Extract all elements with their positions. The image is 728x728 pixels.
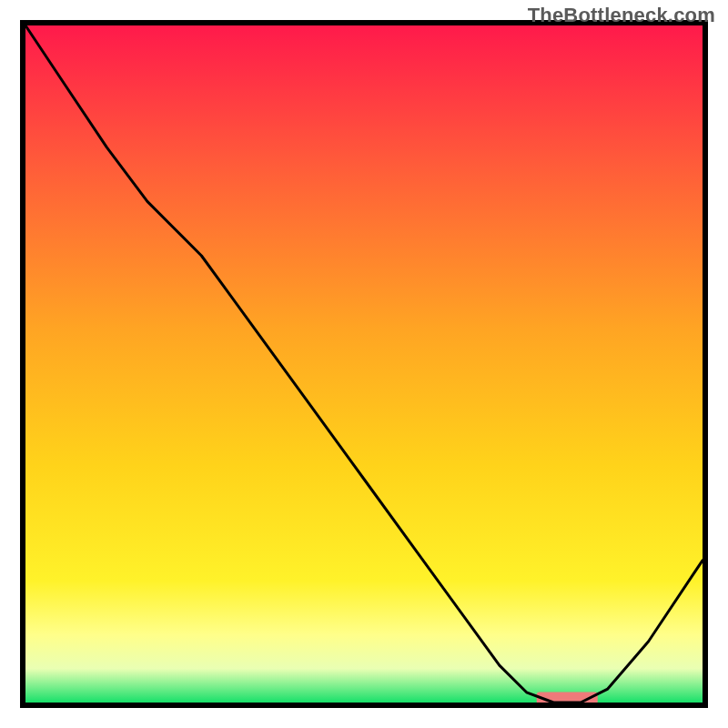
bottleneck-chart	[0, 0, 728, 728]
gradient-background	[25, 25, 703, 703]
chart-stage: TheBottleneck.com	[0, 0, 728, 728]
watermark-label: TheBottleneck.com	[528, 4, 715, 27]
